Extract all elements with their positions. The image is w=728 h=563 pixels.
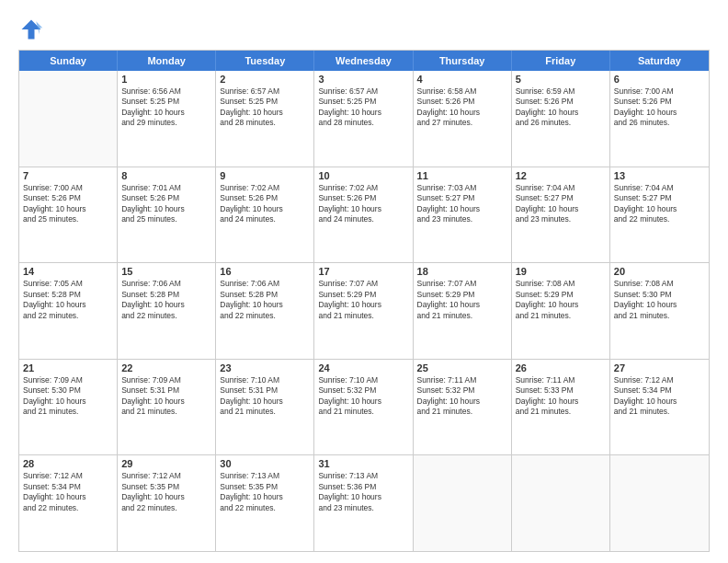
calendar-day-12: 12Sunrise: 7:04 AM Sunset: 5:27 PM Dayli… xyxy=(512,167,610,263)
calendar-day-31: 31Sunrise: 7:13 AM Sunset: 5:36 PM Dayli… xyxy=(314,455,413,551)
calendar-day-29: 29Sunrise: 7:12 AM Sunset: 5:35 PM Dayli… xyxy=(118,455,216,551)
day-number: 29 xyxy=(121,458,211,469)
day-number: 24 xyxy=(318,362,408,373)
day-number: 28 xyxy=(23,458,113,469)
day-number: 23 xyxy=(220,362,310,373)
day-info: Sunrise: 7:04 AM Sunset: 5:27 PM Dayligh… xyxy=(516,183,606,225)
calendar-empty-4-4 xyxy=(414,455,512,551)
calendar-day-24: 24Sunrise: 7:10 AM Sunset: 5:32 PM Dayli… xyxy=(314,360,413,455)
day-info: Sunrise: 7:04 AM Sunset: 5:27 PM Dayligh… xyxy=(614,183,705,225)
weekday-header-saturday: Saturday xyxy=(610,51,709,71)
calendar-empty-0-0 xyxy=(19,71,118,167)
day-info: Sunrise: 7:00 AM Sunset: 5:26 PM Dayligh… xyxy=(614,86,705,129)
day-number: 12 xyxy=(516,170,606,181)
weekday-header-tuesday: Tuesday xyxy=(216,51,314,71)
day-number: 5 xyxy=(516,74,606,85)
calendar-header: SundayMondayTuesdayWednesdayThursdayFrid… xyxy=(19,51,709,71)
calendar-day-21: 21Sunrise: 7:09 AM Sunset: 5:30 PM Dayli… xyxy=(19,360,118,455)
calendar-day-23: 23Sunrise: 7:10 AM Sunset: 5:31 PM Dayli… xyxy=(216,360,314,455)
logo xyxy=(18,17,50,42)
calendar-row-2: 14Sunrise: 7:05 AM Sunset: 5:28 PM Dayli… xyxy=(19,263,709,360)
logo-icon xyxy=(18,17,44,42)
calendar-day-3: 3Sunrise: 6:57 AM Sunset: 5:25 PM Daylig… xyxy=(314,71,413,167)
calendar-empty-4-5 xyxy=(512,455,610,551)
calendar-day-26: 26Sunrise: 7:11 AM Sunset: 5:33 PM Dayli… xyxy=(512,360,610,455)
day-number: 27 xyxy=(614,362,705,373)
calendar-row-4: 28Sunrise: 7:12 AM Sunset: 5:34 PM Dayli… xyxy=(19,455,709,551)
day-info: Sunrise: 6:57 AM Sunset: 5:25 PM Dayligh… xyxy=(220,86,310,129)
day-info: Sunrise: 7:12 AM Sunset: 5:34 PM Dayligh… xyxy=(23,471,113,513)
calendar-day-17: 17Sunrise: 7:07 AM Sunset: 5:29 PM Dayli… xyxy=(314,263,413,359)
day-number: 2 xyxy=(220,74,310,85)
calendar-day-20: 20Sunrise: 7:08 AM Sunset: 5:30 PM Dayli… xyxy=(610,263,709,359)
calendar-body: 1Sunrise: 6:56 AM Sunset: 5:25 PM Daylig… xyxy=(19,71,709,551)
calendar-day-15: 15Sunrise: 7:06 AM Sunset: 5:28 PM Dayli… xyxy=(118,263,216,359)
day-number: 21 xyxy=(23,362,113,373)
day-info: Sunrise: 7:06 AM Sunset: 5:28 PM Dayligh… xyxy=(220,279,310,321)
header xyxy=(18,17,710,42)
day-info: Sunrise: 7:13 AM Sunset: 5:35 PM Dayligh… xyxy=(220,471,310,513)
day-number: 13 xyxy=(614,170,705,181)
day-number: 6 xyxy=(614,74,705,85)
calendar-day-6: 6Sunrise: 7:00 AM Sunset: 5:26 PM Daylig… xyxy=(610,71,709,167)
day-number: 14 xyxy=(23,266,113,277)
day-number: 8 xyxy=(121,170,211,181)
day-number: 16 xyxy=(220,266,310,277)
calendar-day-28: 28Sunrise: 7:12 AM Sunset: 5:34 PM Dayli… xyxy=(19,455,118,551)
day-number: 7 xyxy=(23,170,113,181)
day-info: Sunrise: 7:13 AM Sunset: 5:36 PM Dayligh… xyxy=(318,471,408,513)
calendar-day-4: 4Sunrise: 6:58 AM Sunset: 5:26 PM Daylig… xyxy=(414,71,512,167)
day-number: 10 xyxy=(318,170,408,181)
calendar-day-30: 30Sunrise: 7:13 AM Sunset: 5:35 PM Dayli… xyxy=(216,455,314,551)
day-number: 4 xyxy=(417,74,507,85)
day-number: 19 xyxy=(516,266,606,277)
day-info: Sunrise: 7:08 AM Sunset: 5:29 PM Dayligh… xyxy=(516,279,606,321)
day-info: Sunrise: 7:07 AM Sunset: 5:29 PM Dayligh… xyxy=(318,279,408,321)
calendar-row-3: 21Sunrise: 7:09 AM Sunset: 5:30 PM Dayli… xyxy=(19,360,709,456)
weekday-header-thursday: Thursday xyxy=(414,51,512,71)
calendar-day-10: 10Sunrise: 7:02 AM Sunset: 5:26 PM Dayli… xyxy=(314,167,413,263)
weekday-header-friday: Friday xyxy=(512,51,610,71)
calendar-day-2: 2Sunrise: 6:57 AM Sunset: 5:25 PM Daylig… xyxy=(216,71,314,167)
calendar-day-9: 9Sunrise: 7:02 AM Sunset: 5:26 PM Daylig… xyxy=(216,167,314,263)
day-number: 26 xyxy=(516,362,606,373)
day-number: 3 xyxy=(318,74,408,85)
calendar-day-22: 22Sunrise: 7:09 AM Sunset: 5:31 PM Dayli… xyxy=(118,360,216,455)
calendar-day-8: 8Sunrise: 7:01 AM Sunset: 5:26 PM Daylig… xyxy=(118,167,216,263)
day-info: Sunrise: 7:09 AM Sunset: 5:30 PM Dayligh… xyxy=(23,375,113,418)
calendar-page: SundayMondayTuesdayWednesdayThursdayFrid… xyxy=(0,0,728,563)
day-info: Sunrise: 7:02 AM Sunset: 5:26 PM Dayligh… xyxy=(318,183,408,225)
day-info: Sunrise: 7:08 AM Sunset: 5:30 PM Dayligh… xyxy=(614,279,705,321)
day-info: Sunrise: 7:12 AM Sunset: 5:35 PM Dayligh… xyxy=(121,471,211,513)
calendar-day-11: 11Sunrise: 7:03 AM Sunset: 5:27 PM Dayli… xyxy=(414,167,512,263)
day-info: Sunrise: 7:05 AM Sunset: 5:28 PM Dayligh… xyxy=(23,279,113,321)
day-number: 31 xyxy=(318,458,408,469)
day-number: 1 xyxy=(121,74,211,85)
calendar-day-25: 25Sunrise: 7:11 AM Sunset: 5:32 PM Dayli… xyxy=(414,360,512,455)
day-info: Sunrise: 7:02 AM Sunset: 5:26 PM Dayligh… xyxy=(220,183,310,225)
day-number: 17 xyxy=(318,266,408,277)
weekday-header-monday: Monday xyxy=(118,51,216,71)
day-info: Sunrise: 7:11 AM Sunset: 5:33 PM Dayligh… xyxy=(516,375,606,418)
weekday-header-sunday: Sunday xyxy=(19,51,118,71)
day-info: Sunrise: 7:00 AM Sunset: 5:26 PM Dayligh… xyxy=(23,183,113,225)
day-info: Sunrise: 7:07 AM Sunset: 5:29 PM Dayligh… xyxy=(417,279,507,321)
day-number: 9 xyxy=(220,170,310,181)
calendar-day-16: 16Sunrise: 7:06 AM Sunset: 5:28 PM Dayli… xyxy=(216,263,314,359)
day-info: Sunrise: 7:10 AM Sunset: 5:31 PM Dayligh… xyxy=(220,375,310,418)
calendar-day-14: 14Sunrise: 7:05 AM Sunset: 5:28 PM Dayli… xyxy=(19,263,118,359)
day-info: Sunrise: 7:06 AM Sunset: 5:28 PM Dayligh… xyxy=(121,279,211,321)
day-number: 22 xyxy=(121,362,211,373)
day-info: Sunrise: 7:10 AM Sunset: 5:32 PM Dayligh… xyxy=(318,375,408,418)
day-info: Sunrise: 7:11 AM Sunset: 5:32 PM Dayligh… xyxy=(417,375,507,418)
calendar-day-19: 19Sunrise: 7:08 AM Sunset: 5:29 PM Dayli… xyxy=(512,263,610,359)
svg-marker-0 xyxy=(22,20,41,40)
calendar-day-27: 27Sunrise: 7:12 AM Sunset: 5:34 PM Dayli… xyxy=(610,360,709,455)
calendar-day-18: 18Sunrise: 7:07 AM Sunset: 5:29 PM Dayli… xyxy=(414,263,512,359)
calendar-empty-4-6 xyxy=(610,455,709,551)
weekday-header-wednesday: Wednesday xyxy=(314,51,413,71)
calendar: SundayMondayTuesdayWednesdayThursdayFrid… xyxy=(18,50,710,552)
day-info: Sunrise: 7:12 AM Sunset: 5:34 PM Dayligh… xyxy=(614,375,705,418)
day-info: Sunrise: 7:09 AM Sunset: 5:31 PM Dayligh… xyxy=(121,375,211,418)
day-info: Sunrise: 6:58 AM Sunset: 5:26 PM Dayligh… xyxy=(417,86,507,129)
